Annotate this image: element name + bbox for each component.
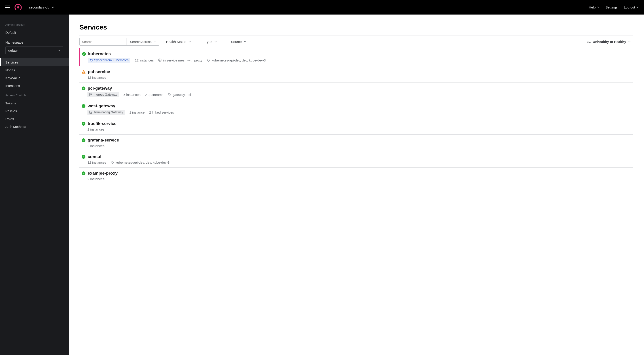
service-name: consul [88, 154, 101, 159]
logout-menu[interactable]: Log out [624, 5, 639, 9]
namespace-select[interactable]: default [5, 46, 63, 54]
svg-point-7 [22, 6, 22, 7]
mesh-icon [158, 58, 162, 62]
tag-icon [207, 58, 210, 62]
admin-partition-value[interactable]: Default [0, 28, 69, 36]
filter-source[interactable]: Source [224, 38, 253, 46]
service-name: west-gateway [88, 104, 116, 108]
svg-point-11 [208, 59, 208, 60]
service-linked: 2 linked services [149, 110, 174, 114]
service-instances: 12 instances [88, 160, 106, 164]
sidebar-item-intentions[interactable]: Intentions [0, 82, 69, 90]
chevron-down-icon [214, 41, 217, 42]
sidebar-item-tokens[interactable]: Tokens [0, 99, 69, 107]
top-left: secondary-dc [5, 3, 54, 12]
chevron-down-icon [636, 6, 639, 8]
filter-health-status[interactable]: Health Status [159, 38, 198, 46]
chevron-down-icon [58, 50, 60, 51]
service-tags: gateway, pci [168, 93, 191, 96]
namespace-value: default [8, 48, 18, 52]
service-row[interactable]: ✓west-gatewayTerminating Gateway1 instan… [80, 100, 633, 118]
search-input[interactable] [80, 38, 126, 46]
service-row[interactable]: ✓example-proxy2 instances [80, 168, 633, 184]
settings-label: Settings [606, 5, 618, 9]
service-badge: Terminating Gateway [88, 110, 125, 115]
admin-partition-label: Admin Partition [0, 23, 69, 26]
filter-bar: Search Across Health Status Type Source [80, 36, 633, 48]
status-ok-icon: ✓ [82, 122, 86, 126]
svg-point-2 [20, 6, 21, 6]
search-group: Search Across [80, 38, 159, 46]
main-content: Services Search Across Health Status Typ… [69, 14, 644, 355]
service-list: ✓kubernetesSynced from Kubernetes12 inst… [80, 48, 633, 184]
consul-logo [14, 3, 22, 12]
gateway-icon [89, 111, 92, 114]
service-instances: 2 instances [88, 144, 104, 148]
sidebar-item-auth-methods[interactable]: Auth Methods [0, 123, 69, 130]
service-badge: Ingress Gateway [88, 92, 119, 97]
page-title: Services [80, 24, 633, 31]
search-across-dropdown[interactable]: Search Across [126, 38, 159, 46]
chevron-down-icon [628, 41, 630, 42]
filter-type-label: Type [205, 40, 212, 44]
filter-source-label: Source [231, 40, 242, 44]
svg-point-3 [21, 7, 22, 8]
service-name: traefik-service [88, 121, 116, 126]
service-row[interactable]: ✓grafana-service2 instances [80, 134, 633, 151]
svg-point-10 [160, 60, 160, 60]
service-row[interactable]: pci-service12 instances [80, 66, 633, 83]
logout-label: Log out [624, 5, 635, 9]
search-across-label: Search Across [130, 40, 152, 44]
sidebar-item-services[interactable]: Services [0, 58, 69, 66]
sidebar-item-nodes[interactable]: Nodes [0, 66, 69, 74]
chevron-down-icon [154, 41, 156, 42]
service-instances: 5 instances [124, 93, 140, 96]
help-menu[interactable]: Help [589, 5, 599, 9]
service-row[interactable]: ✓kubernetesSynced from Kubernetes12 inst… [80, 48, 633, 66]
service-badge-label: Synced from Kubernetes [94, 58, 128, 62]
filter-type[interactable]: Type [198, 38, 224, 46]
datacenter-switcher[interactable]: secondary-dc [29, 5, 54, 9]
status-ok-icon: ✓ [82, 52, 86, 56]
sidebar-item-roles[interactable]: Roles [0, 115, 69, 123]
service-name: pci-service [88, 69, 110, 74]
chevron-down-icon [52, 6, 54, 8]
namespace-label: Namespace [0, 40, 69, 44]
service-badge-label: Terminating Gateway [94, 110, 123, 114]
sort-dropdown[interactable]: Unhealthy to Healthy [584, 38, 633, 46]
settings-link[interactable]: Settings [606, 5, 618, 9]
status-ok-icon: ✓ [82, 104, 86, 108]
service-badge: Synced from Kubernetes [88, 58, 130, 62]
service-row[interactable]: ✓traefik-service2 instances [80, 118, 633, 134]
menu-toggle-button[interactable] [5, 6, 10, 9]
service-name: kubernetes [88, 52, 111, 56]
datacenter-label: secondary-dc [29, 5, 49, 9]
service-tags: kubernetes-api-dev, dev, kube-dev-3 [207, 58, 266, 62]
sort-icon [587, 40, 590, 43]
top-right: Help Settings Log out [589, 5, 639, 9]
service-instances: 12 instances [135, 58, 154, 62]
help-label: Help [589, 5, 596, 9]
service-row[interactable]: ✓pci-gatewayIngress Gateway5 instances2 … [80, 83, 633, 100]
status-ok-icon: ✓ [82, 172, 86, 175]
svg-point-6 [22, 8, 22, 8]
service-instances: 12 instances [88, 76, 106, 79]
sidebar-item-policies[interactable]: Policies [0, 107, 69, 115]
access-controls-label: Access Controls [0, 94, 69, 97]
service-name: grafana-service [88, 138, 119, 143]
svg-point-4 [21, 8, 22, 8]
service-name: pci-gateway [88, 86, 112, 91]
sort-label: Unhealthy to Healthy [593, 40, 626, 44]
tag-icon [111, 161, 114, 164]
svg-point-15 [112, 162, 112, 162]
status-ok-icon: ✓ [82, 155, 86, 159]
sidebar-item-kv[interactable]: Key/Value [0, 74, 69, 82]
service-row[interactable]: ✓consul12 instanceskubernetes-api-dev, d… [80, 151, 633, 168]
svg-point-13 [168, 94, 169, 94]
status-warn-icon [82, 70, 86, 74]
filter-health-label: Health Status [166, 40, 186, 44]
service-instances: 1 instance [130, 110, 145, 114]
service-upstreams: 2 upstreams [145, 93, 164, 96]
service-tags: kubernetes-api-dev, dev, kube-dev-3 [111, 160, 170, 164]
svg-point-5 [20, 9, 21, 10]
